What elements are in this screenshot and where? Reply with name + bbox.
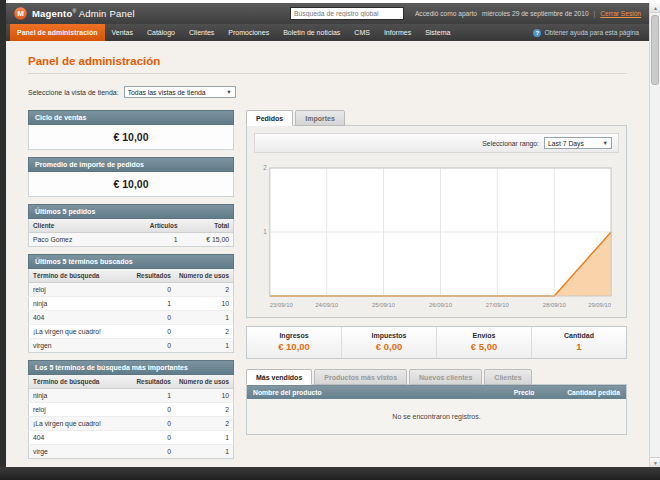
nav-item-informes[interactable]: Informes [377,24,418,41]
scrollbar-down-arrow-icon[interactable]: ▼ [650,457,660,467]
tab-clientes[interactable]: Clientes [484,369,531,385]
last-search-terms-panel: Últimos 5 términos buscados Término de b… [28,254,234,353]
range-bar: Seleccionar rango: Last 7 Days ▼ [254,133,619,153]
store-view-switcher: Seleccione la vista de tienda: Todas las… [28,86,627,98]
last-search-terms-table: Término de búsqueda Resultados Número de… [28,269,234,353]
svg-text:29/09/10: 29/09/10 [588,302,612,308]
stats-bar: Ingresos € 10,00 Impuestos € 0,00 Envíos… [246,326,627,359]
table-row[interactable]: 404 0 1 [29,431,234,445]
tab-nuevos-clientes[interactable]: Nuevos clientes [409,369,482,385]
header-date: miércoles 29 de septiembre de 2010 [482,10,589,17]
range-label: Seleccionar rango: [482,140,539,147]
global-search-input[interactable] [290,7,404,20]
average-order-value: € 10,00 [28,172,234,197]
tab-pedidos[interactable]: Pedidos [246,110,293,126]
store-view-select[interactable]: Todas las vistas de tienda ▼ [124,86,236,98]
bestsellers-table: Nombre del producto Precio Cantidad pedi… [246,384,627,435]
panel-title: Los 5 términos de búsqueda más important… [28,360,234,375]
nav-item-ventas[interactable]: Ventas [105,24,140,41]
dashboard-left-column: Ciclo de ventas € 10,00 Promedio de impo… [28,110,234,466]
empty-row: No se encontraron registros. [247,399,627,435]
nav-item-clientes[interactable]: Clientes [182,24,221,41]
table-row[interactable]: ¡La virgen que cuadro! 0 2 [29,417,234,431]
help-icon: ? [533,29,541,37]
panel-title: Ciclo de ventas [28,110,234,125]
nav-item-boletin[interactable]: Boletín de noticias [276,24,347,41]
title-divider [28,73,627,74]
page-title: Panel de administración [28,55,627,67]
table-row[interactable]: 404 0 1 [29,311,234,325]
lifetime-sales-panel: Ciclo de ventas € 10,00 [28,110,234,150]
table-row[interactable]: reloj 0 2 [29,403,234,417]
panel-title: Últimos 5 pedidos [28,204,234,219]
stat-cantidad: Cantidad 1 [531,327,626,358]
store-view-label: Seleccione la vista de tienda: [28,89,119,96]
svg-text:27/09/10: 27/09/10 [486,302,510,308]
products-tabs: Más vendidos Productos más vistos Nuevos… [246,369,627,385]
dashboard-right-column: Pedidos Importes Seleccionar rango: Last… [246,110,627,466]
svg-text:25/09/10: 25/09/10 [372,302,396,308]
scrollbar-thumb[interactable] [651,15,659,85]
nav-item-sistema[interactable]: Sistema [418,24,457,41]
svg-text:26/09/10: 26/09/10 [429,302,453,308]
brand-title: Magento® Admin Panel [32,8,135,19]
svg-text:24/09/10: 24/09/10 [315,302,339,308]
stat-ingresos: Ingresos € 10,00 [247,327,341,358]
chart-tabs: Pedidos Importes [246,110,627,126]
tab-importes[interactable]: Importes [295,110,345,126]
logout-link[interactable]: Cerrar Sesión [600,10,641,17]
magento-logo-icon: M [14,7,27,20]
table-row[interactable]: virge 0 1 [29,445,234,459]
svg-text:23/09/10: 23/09/10 [270,302,294,308]
table-row[interactable]: ¡La virgen que cuadro! 0 2 [29,325,234,339]
nav-item-promociones[interactable]: Promociones [221,24,276,41]
panel-title: Promedio de importe de pedidos [28,157,234,172]
svg-text:28/09/10: 28/09/10 [543,302,567,308]
bottom-window-bar [0,467,660,480]
panel-title: Últimos 5 términos buscados [28,254,234,269]
dashboard-content: Panel de administración Seleccione la vi… [6,41,649,466]
top-search-terms-table: Término de búsqueda Resultados Número de… [28,375,234,459]
admin-header: M Magento® Admin Panel Accedió como apar… [6,3,649,24]
nav-item-catalogo[interactable]: Catálogo [140,24,182,41]
scrollbar-up-arrow-icon[interactable]: ▲ [650,3,660,13]
help-link[interactable]: ? Obtener ayuda para esta página [527,24,645,41]
orders-chart-panel: Seleccionar rango: Last 7 Days ▼ 1223/09… [246,125,627,318]
top-search-terms-panel: Los 5 términos de búsqueda más important… [28,360,234,459]
range-select[interactable]: Last 7 Days ▼ [544,137,612,149]
stat-envios: Envíos € 5,00 [436,327,531,358]
main-nav: Panel de administración Ventas Catálogo … [6,24,649,41]
svg-text:1: 1 [263,228,267,235]
stat-impuestos: Impuestos € 0,00 [341,327,436,358]
lifetime-sales-value: € 10,00 [28,125,234,150]
chevron-down-icon: ▼ [226,89,231,95]
table-row[interactable]: reloj 0 2 [29,283,234,297]
table-row[interactable]: virgen 0 1 [29,339,234,353]
average-order-panel: Promedio de importe de pedidos € 10,00 [28,157,234,197]
nav-item-cms[interactable]: CMS [347,24,377,41]
nav-item-dashboard[interactable]: Panel de administración [10,24,105,41]
table-row[interactable]: ninja 1 10 [29,389,234,403]
tab-mas-vendidos[interactable]: Más vendidos [246,369,312,385]
chevron-down-icon: ▼ [603,140,608,146]
empty-message: No se encontraron registros. [247,399,627,435]
svg-text:2: 2 [263,164,267,171]
table-row[interactable]: ninja 1 10 [29,297,234,311]
svg-text:M: M [17,9,24,18]
table-row[interactable]: Paco Gomez 1 € 15,00 [29,233,234,247]
tab-productos-mas-vistos[interactable]: Productos más vistos [314,369,407,385]
vertical-scrollbar[interactable]: ▲ ▼ [649,3,660,467]
last-orders-table: Cliente Artículos Total Paco Gomez 1 [28,219,234,247]
logged-in-text: Accedió como aparto [415,10,477,17]
last-orders-panel: Últimos 5 pedidos Cliente Artículos Tota… [28,204,234,247]
admin-page: M Magento® Admin Panel Accedió como apar… [6,3,649,467]
orders-chart: 1223/09/1024/09/1025/09/1026/09/1027/09/… [254,160,619,310]
